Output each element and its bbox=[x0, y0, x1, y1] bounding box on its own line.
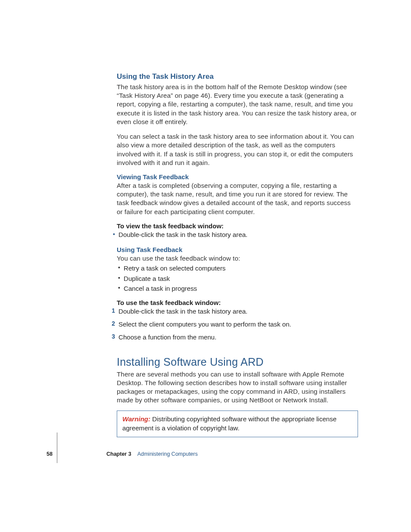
page-number: 58 bbox=[47, 451, 57, 457]
body-text: You can select a task in the task histor… bbox=[117, 132, 358, 167]
step-heading: To use the task feedback window: bbox=[117, 299, 358, 306]
heading-task-history: Using the Task History Area bbox=[117, 72, 358, 81]
list-item: 2Select the client computers you want to… bbox=[117, 320, 358, 329]
list-text: Select the client computers you want to … bbox=[118, 320, 291, 329]
numbered-list: 1Double-click the task in the task histo… bbox=[117, 307, 358, 342]
body-text: After a task is completed (observing a c… bbox=[117, 181, 358, 216]
bullet-list: •Retry a task on selected computers •Dup… bbox=[122, 264, 358, 293]
warning-label: Warning: bbox=[122, 415, 150, 423]
list-item: •Duplicate a task bbox=[122, 274, 358, 283]
warning-box: Warning: Distributing copyrighted softwa… bbox=[117, 411, 358, 437]
page: Using the Task History Area The task his… bbox=[0, 0, 411, 532]
chapter-title: Administering Computers bbox=[137, 451, 198, 457]
list-item: •Cancel a task in progress bbox=[122, 284, 358, 293]
list-item: •Retry a task on selected computers bbox=[122, 264, 358, 273]
list-text: Choose a function from the menu. bbox=[118, 333, 216, 342]
chapter-label: Chapter 3 bbox=[106, 451, 131, 457]
body-text: There are several methods you can use to… bbox=[117, 370, 358, 405]
subheading-viewing-feedback: Viewing Task Feedback bbox=[117, 173, 358, 180]
bullet-icon: ▪ bbox=[105, 230, 118, 237]
body-text: You can use the task feedback window to: bbox=[117, 254, 358, 263]
body-text: The task history area is in the bottom h… bbox=[117, 83, 358, 126]
bullet-icon: • bbox=[110, 284, 124, 291]
footer-divider bbox=[57, 432, 57, 463]
list-text: Cancel a task in progress bbox=[124, 284, 197, 293]
bullet-icon: • bbox=[110, 274, 124, 281]
list-text: Retry a task on selected computers bbox=[124, 264, 226, 273]
list-text: Duplicate a task bbox=[124, 274, 170, 283]
step-number: 3 bbox=[105, 333, 118, 340]
page-footer: 58 Chapter 3 Administering Computers bbox=[47, 439, 198, 469]
step-heading: To view the task feedback window: bbox=[117, 222, 358, 230]
list-item: 3Choose a function from the menu. bbox=[117, 333, 358, 342]
bullet-icon: • bbox=[110, 264, 124, 271]
step-number: 2 bbox=[105, 320, 118, 327]
content-column: Using the Task History Area The task his… bbox=[117, 72, 358, 437]
subheading-using-feedback: Using Task Feedback bbox=[117, 246, 358, 253]
step-number: 1 bbox=[105, 307, 118, 314]
heading-installing-software: Installing Software Using ARD bbox=[117, 356, 358, 368]
list-item: 1Double-click the task in the task histo… bbox=[117, 307, 358, 316]
list-item: ▪ Double-click the task in the task hist… bbox=[117, 230, 358, 239]
list-text: Double-click the task in the task histor… bbox=[118, 307, 248, 316]
warning-text: Distributing copyrighted software withou… bbox=[122, 415, 336, 431]
list-text: Double-click the task in the task histor… bbox=[118, 230, 248, 239]
